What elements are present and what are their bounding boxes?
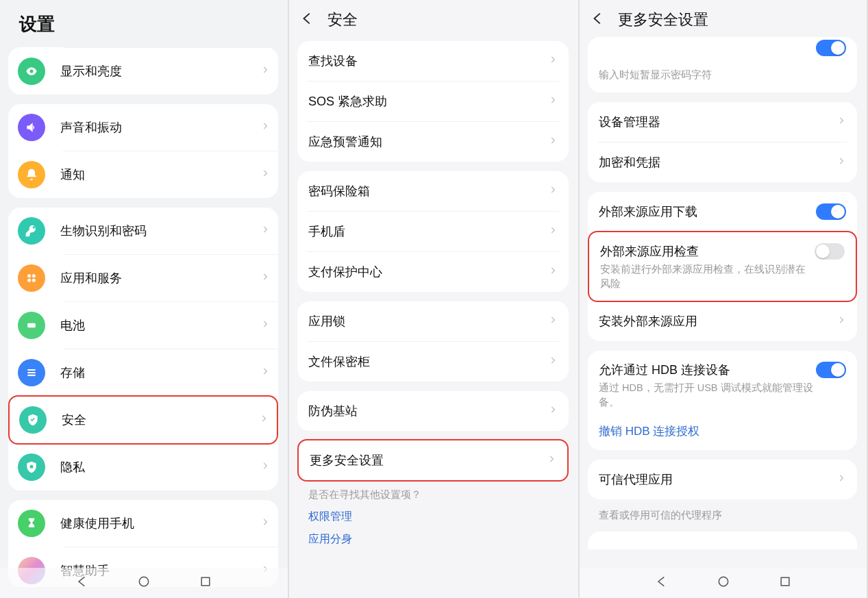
chevron-right-icon — [548, 95, 558, 108]
more-row-external-check[interactable]: 外部来源应用检查 安装前进行外部来源应用检查，在线识别潜在风险 — [588, 231, 857, 302]
back-button[interactable] — [591, 11, 606, 29]
partial-card — [588, 532, 857, 549]
chevron-right-icon — [548, 55, 558, 67]
row-label: 隐私 — [60, 459, 260, 475]
chevron-right-icon — [548, 136, 558, 148]
more-row-install-external[interactable]: 安装外部来源应用 — [588, 301, 857, 341]
nav-recent-icon[interactable] — [778, 575, 792, 591]
nav-back-icon[interactable] — [75, 575, 89, 591]
chevron-right-icon — [836, 315, 846, 327]
footer-question: 是否在寻找其他设置项？ — [308, 487, 558, 506]
settings-row-storage[interactable]: 存储 — [8, 349, 278, 396]
settings-row-privacy[interactable]: 隐私 — [8, 444, 278, 490]
chevron-right-icon — [836, 156, 846, 169]
more-row-device-admin[interactable]: 设备管理器 — [588, 102, 857, 142]
chevron-right-icon — [260, 225, 270, 237]
row-label: 设备管理器 — [599, 114, 836, 130]
chevron-right-icon — [548, 356, 558, 368]
settings-row-security[interactable]: 安全 — [8, 395, 278, 445]
toggle-external-download[interactable] — [816, 203, 846, 220]
row-label: 外部来源应用检查 — [600, 243, 815, 260]
settings-row-digital-wellbeing[interactable]: 健康使用手机 — [8, 500, 278, 547]
chevron-right-icon — [548, 315, 558, 327]
footnote: 查看或停用可信的代理程序 — [588, 509, 857, 529]
key-icon — [18, 217, 45, 245]
nav-bar — [580, 568, 867, 598]
more-row-hdb[interactable]: 允许通过 HDB 连接设备 通过 HDB，无需打开 USB 调试模式就能管理设备… — [588, 351, 857, 421]
svg-point-10 — [719, 577, 728, 586]
svg-point-8 — [139, 577, 148, 586]
grid-icon — [18, 264, 45, 292]
page-title: 更多安全设置 — [618, 10, 708, 30]
chevron-right-icon — [259, 414, 269, 426]
security-row-file-safe[interactable]: 文件保密柜 — [297, 342, 569, 382]
chevron-right-icon — [548, 185, 558, 197]
security-row-password-vault[interactable]: 密码保险箱 — [297, 171, 569, 211]
more-row-external-download[interactable]: 外部来源应用下载 — [588, 192, 857, 232]
settings-row-biometric[interactable]: 生物识别和密码 — [8, 208, 278, 254]
shield-check-icon — [19, 406, 47, 434]
chevron-right-icon — [260, 517, 270, 530]
nav-home-icon[interactable] — [137, 575, 151, 591]
more-row-password-visible[interactable]: 密码可见 — [588, 37, 857, 67]
back-button[interactable] — [300, 11, 315, 29]
more-row-trusted-agent[interactable]: 可信代理应用 — [588, 460, 857, 499]
row-desc: 安装前进行外部来源应用检查，在线识别潜在风险 — [600, 262, 815, 291]
bars-icon — [18, 359, 45, 386]
toggle-hdb[interactable] — [816, 362, 846, 378]
chevron-right-icon — [260, 121, 270, 134]
shield-dot-icon — [18, 453, 45, 481]
row-label: 生物识别和密码 — [60, 223, 260, 239]
security-row-more-settings[interactable]: 更多安全设置 — [299, 440, 567, 480]
svg-point-3 — [32, 279, 36, 282]
svg-rect-4 — [27, 323, 36, 328]
more-row-encryption[interactable]: 加密和凭据 — [588, 142, 857, 182]
footer-link-app-twin[interactable]: 应用分身 — [308, 528, 558, 551]
security-row-phone-shield[interactable]: 手机盾 — [297, 212, 569, 251]
row-label: 支付保护中心 — [308, 264, 548, 280]
row-label: 存储 — [60, 364, 260, 381]
toggle-external-check[interactable] — [815, 243, 845, 260]
security-row-fake-base-station[interactable]: 防伪基站 — [297, 391, 569, 431]
settings-row-apps[interactable]: 应用和服务 — [8, 255, 278, 301]
toggle-password-visible[interactable] — [816, 40, 846, 56]
svg-rect-7 — [27, 375, 36, 376]
row-label: 外部来源应用下载 — [599, 203, 816, 220]
svg-rect-11 — [781, 577, 789, 586]
security-row-app-lock[interactable]: 应用锁 — [297, 301, 569, 341]
volume-icon — [18, 114, 45, 141]
footer-suggestions: 是否在寻找其他设置项？ 权限管理 应用分身 — [297, 480, 569, 564]
nav-recent-icon[interactable] — [199, 575, 212, 591]
settings-row-battery[interactable]: 电池 — [8, 302, 278, 349]
nav-bar — [0, 568, 288, 598]
settings-row-notify[interactable]: 通知 — [8, 151, 278, 198]
revoke-hdb-link[interactable]: 撤销 HDB 连接授权 — [588, 421, 857, 450]
svg-point-1 — [32, 274, 36, 277]
row-label: 健康使用手机 — [60, 515, 260, 532]
row-label: 应用和服务 — [60, 270, 260, 286]
nav-home-icon[interactable] — [717, 575, 730, 591]
security-row-emergency-alert[interactable]: 应急预警通知 — [297, 122, 569, 162]
row-label: 允许通过 HDB 连接设备 — [599, 362, 816, 378]
security-row-payment-protect[interactable]: 支付保护中心 — [297, 252, 569, 292]
settings-row-sound[interactable]: 声音和振动 — [8, 104, 278, 151]
chevron-right-icon — [260, 366, 270, 379]
nav-back-icon[interactable] — [655, 575, 669, 591]
row-label: 防伪基站 — [308, 403, 548, 419]
row-label: 文件保密柜 — [308, 353, 548, 370]
footer-link-permissions[interactable]: 权限管理 — [308, 506, 558, 528]
row-label: 查找设备 — [308, 53, 548, 69]
row-label: 加密和凭据 — [599, 154, 836, 171]
row-label: 显示和亮度 — [60, 63, 260, 79]
row-label: 应急预警通知 — [308, 134, 548, 150]
eye-icon — [18, 58, 45, 85]
security-row-sos[interactable]: SOS 紧急求助 — [297, 82, 569, 121]
row-label: 手机盾 — [308, 223, 548, 240]
chevron-right-icon — [836, 116, 846, 128]
chevron-right-icon — [260, 461, 270, 473]
security-row-find-device[interactable]: 查找设备 — [297, 41, 569, 81]
svg-rect-5 — [27, 369, 36, 371]
settings-row-display[interactable]: 显示和亮度 — [8, 48, 278, 95]
rectangle-icon — [18, 312, 45, 339]
chevron-right-icon — [260, 65, 270, 77]
